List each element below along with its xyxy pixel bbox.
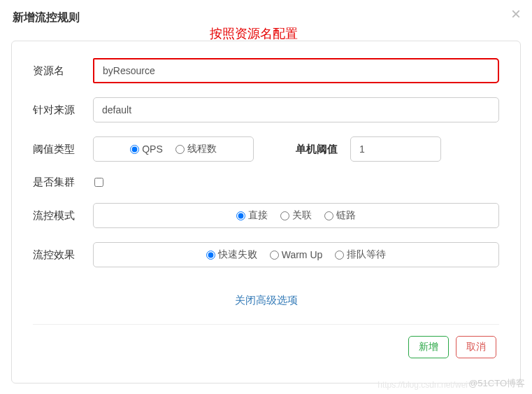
radio-qps-label: QPS	[142, 143, 163, 155]
effect-group: 快速失败 Warm Up 排队等待	[93, 242, 499, 267]
label-threshold-type: 阈值类型	[33, 143, 93, 156]
radio-effect-fail-input[interactable]	[206, 251, 215, 260]
divider	[33, 324, 499, 325]
row-mode: 流控模式 直接 关联 链路	[33, 203, 499, 228]
form-panel: 资源名 针对来源 阈值类型 QPS 线程数 单机阈值 是否集群 流控模式	[11, 41, 521, 384]
source-input[interactable]	[93, 97, 499, 122]
radio-threads-label: 线程数	[187, 143, 217, 155]
annotation-text: 按照资源名配置	[210, 25, 298, 42]
radio-mode-direct-label: 直接	[248, 209, 268, 222]
radio-effect-queue-label: 排队等待	[347, 248, 386, 261]
resource-input[interactable]	[93, 58, 499, 83]
close-icon[interactable]: ×	[511, 6, 521, 22]
radio-qps[interactable]: QPS	[130, 143, 163, 155]
radio-effect-queue-input[interactable]	[335, 251, 344, 260]
radio-mode-relate[interactable]: 关联	[280, 209, 312, 222]
watermark-url: https://blog.csdn.net/wei	[378, 380, 468, 390]
row-threshold-type: 阈值类型 QPS 线程数 单机阈值	[33, 136, 499, 162]
threshold-input[interactable]	[350, 136, 441, 162]
radio-mode-relate-label: 关联	[292, 209, 312, 222]
radio-mode-chain-input[interactable]	[324, 211, 333, 220]
radio-effect-fail[interactable]: 快速失败	[206, 248, 257, 261]
row-resource: 资源名	[33, 58, 499, 83]
radio-effect-queue[interactable]: 排队等待	[335, 248, 386, 261]
row-cluster: 是否集群	[33, 176, 499, 189]
radio-mode-chain-label: 链路	[336, 209, 356, 222]
label-cluster: 是否集群	[33, 176, 93, 189]
radio-effect-fail-label: 快速失败	[218, 248, 257, 261]
label-mode: 流控模式	[33, 209, 93, 223]
radio-threads[interactable]: 线程数	[175, 143, 217, 155]
cancel-button[interactable]: 取消	[456, 336, 496, 358]
footer: 新增 取消	[33, 336, 499, 358]
label-effect: 流控效果	[33, 248, 93, 262]
threshold-type-group: QPS 线程数	[93, 136, 254, 162]
radio-mode-direct-input[interactable]	[236, 211, 245, 220]
radio-mode-chain[interactable]: 链路	[324, 209, 356, 222]
watermark-text: @51CTO博客	[468, 377, 525, 390]
radio-qps-input[interactable]	[130, 145, 139, 154]
confirm-button[interactable]: 新增	[408, 336, 449, 358]
radio-mode-direct[interactable]: 直接	[236, 209, 268, 222]
mode-group: 直接 关联 链路	[93, 203, 499, 228]
radio-threads-input[interactable]	[175, 145, 185, 154]
label-threshold-value: 单机阈值	[296, 143, 338, 156]
label-source: 针对来源	[33, 104, 93, 117]
label-resource: 资源名	[33, 64, 93, 78]
radio-effect-warmup-input[interactable]	[270, 251, 279, 260]
cluster-checkbox[interactable]	[94, 178, 103, 187]
collapse-advanced-link[interactable]: 关闭高级选项	[33, 281, 499, 314]
row-source: 针对来源	[33, 97, 499, 122]
row-effect: 流控效果 快速失败 Warm Up 排队等待	[33, 242, 499, 267]
radio-effect-warmup-label: Warm Up	[282, 249, 323, 260]
radio-effect-warmup[interactable]: Warm Up	[270, 249, 323, 260]
radio-mode-relate-input[interactable]	[280, 211, 289, 220]
